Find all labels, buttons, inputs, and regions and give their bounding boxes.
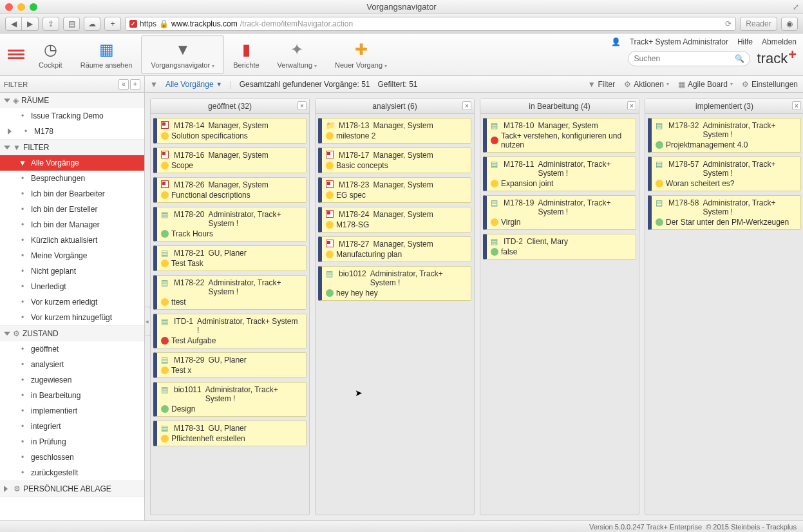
sidebar-item-kürzlich-aktualisiert[interactable]: •Kürzlich aktualisiert: [0, 233, 144, 248]
sidebar-item-zugewiesen[interactable]: •zugewiesen: [0, 372, 144, 388]
sidebar-item-ich-bin-der-bearbeiter[interactable]: •Ich bin der Bearbeiter: [0, 186, 144, 202]
issue-card[interactable]: ▤M178-22Administrator, Track+ System !tt…: [153, 275, 307, 310]
sidebar-item-zurückgestellt[interactable]: •zurückgestellt: [0, 465, 144, 480]
sidebar-item-implementiert[interactable]: •implementiert: [0, 403, 144, 419]
issue-card[interactable]: M178-27Manager, SystemManufacturing plan: [318, 236, 471, 262]
issue-card[interactable]: M178-16Manager, SystemScope: [153, 147, 307, 173]
issue-card[interactable]: M178-23Manager, SystemEG spec: [318, 177, 471, 203]
sidebar-item-in-bearbeitung[interactable]: •in Bearbeitung: [0, 388, 144, 403]
priority-icon: [326, 289, 334, 297]
search-icon[interactable]: 🔍: [735, 54, 744, 63]
sidebar-item-vor-kurzem-hinzugefügt[interactable]: •Vor kurzem hinzugefügt: [0, 310, 144, 325]
funnel-icon: ▼: [150, 80, 158, 89]
global-search[interactable]: 🔍: [628, 51, 750, 66]
sidebar-item-nicht-geplant[interactable]: •Nicht geplant: [0, 263, 144, 279]
sidebar-item-vor-kurzem-erledigt[interactable]: •Vor kurzem erledigt: [0, 294, 144, 310]
url-bar[interactable]: ✓ https 🔒 www.trackplus.com/track-demo/i…: [125, 17, 736, 31]
hamburger-menu-icon[interactable]: [8, 46, 24, 63]
active-filter-dropdown[interactable]: Alle Vorgänge ▼: [165, 80, 222, 89]
issue-card[interactable]: ▤bio1012Administrator, Track+ System !he…: [318, 266, 471, 301]
card-type-icon: ▤: [326, 269, 335, 278]
nav-neuer-vorgang[interactable]: ✚Neuer Vorgang ▾: [326, 35, 396, 74]
card-id: ITD-1: [174, 317, 193, 326]
current-user[interactable]: Track+ System Administrator: [630, 37, 728, 46]
sidebar-item-analysiert[interactable]: •analysiert: [0, 357, 144, 372]
sidebar-collapse-handle[interactable]: ◂: [145, 307, 151, 336]
issue-card[interactable]: ▤M178-29GU, PlanerTest x: [153, 352, 307, 378]
close-column-button[interactable]: ×: [462, 101, 471, 110]
gear-icon: ⚙: [742, 80, 749, 89]
toolbar-filter[interactable]: ▼ Filter: [588, 80, 616, 89]
issue-card[interactable]: ▤bio1011Administrator, Track+ System !De…: [153, 382, 307, 417]
issue-card[interactable]: ▤M178-32Administrator, Track+ System !Pr…: [648, 118, 801, 153]
brand-logo: track+: [757, 50, 797, 67]
sidebar-section-zustand[interactable]: ⚙ZUSTAND: [0, 326, 144, 341]
item-icon: •: [18, 422, 27, 431]
user-menu-button[interactable]: ◉: [781, 17, 798, 31]
grid-icon: ▦: [678, 80, 685, 89]
sidebar-item-ich-bin-der-manager[interactable]: •Ich bin der Manager: [0, 217, 144, 233]
nav-räume-ansehen[interactable]: ▦Räume ansehen: [71, 35, 142, 74]
search-input[interactable]: [634, 54, 735, 63]
issue-card[interactable]: ▤M178-57Administrator, Track+ System !Wo…: [648, 157, 801, 191]
issue-card[interactable]: ▤M178-11Administrator, Track+ System !Ex…: [483, 157, 636, 191]
card-owner: Manager, System: [373, 180, 467, 189]
sidebar-item-geschlossen[interactable]: •geschlossen: [0, 450, 144, 465]
card-owner: Manager, System: [373, 210, 467, 219]
toolbar-aktionen[interactable]: ⚙ Aktionen ▾: [624, 80, 669, 89]
share-button[interactable]: ⇪: [43, 17, 59, 31]
sidebar-item-in-prüfung[interactable]: •in Prüfung: [0, 434, 144, 450]
card-title: Woran scheitert es?: [666, 179, 735, 188]
cloud-button[interactable]: ☁: [84, 17, 100, 31]
close-column-button[interactable]: ×: [298, 101, 307, 110]
nav-icon-1: ▦: [96, 41, 117, 59]
issue-card[interactable]: M178-24Manager, SystemM178-SG: [318, 207, 471, 233]
logout-link[interactable]: Abmelden: [762, 37, 797, 46]
issue-card[interactable]: M178-14Manager, SystemSolution specifica…: [153, 118, 307, 144]
toolbar-einstellungen[interactable]: ⚙ Einstellungen: [742, 80, 798, 89]
nav-verwaltung[interactable]: ✦Verwaltung ▾: [269, 35, 326, 74]
close-column-button[interactable]: ×: [627, 101, 636, 110]
sidebar-item-ich-bin-der-ersteller[interactable]: •Ich bin der Ersteller: [0, 202, 144, 217]
fullscreen-icon[interactable]: ⤢: [793, 3, 799, 12]
help-link[interactable]: Hilfe: [737, 37, 753, 46]
card-id: M178-17: [339, 151, 369, 160]
nav-vorgangsnavigator[interactable]: ▼Vorgangsnavigator ▾: [141, 35, 224, 74]
sidebar-item-besprechungen[interactable]: •Besprechungen: [0, 171, 144, 186]
issue-card[interactable]: ▤M178-58Administrator, Track+ System !De…: [648, 195, 801, 230]
forward-button[interactable]: ▶: [22, 17, 39, 31]
reader-button[interactable]: Reader: [740, 17, 777, 31]
back-button[interactable]: ◀: [5, 17, 22, 31]
toolbar-agile-board[interactable]: ▦ Agile Board ▾: [678, 80, 733, 89]
issue-card[interactable]: M178-17Manager, SystemBasic concepts: [318, 147, 471, 173]
issue-card[interactable]: M178-26Manager, SystemFunctional descrip…: [153, 177, 307, 203]
bookmark-button[interactable]: ▤: [63, 17, 80, 31]
issue-card[interactable]: ▤M178-19Administrator, Track+ System !Vi…: [483, 195, 636, 230]
sidebar-item-m178[interactable]: •M178: [0, 124, 144, 139]
add-tab-button[interactable]: +: [104, 17, 121, 31]
card-type-icon: ▤: [491, 237, 500, 246]
reload-icon[interactable]: ⟳: [725, 19, 732, 28]
sidebar-item-unerledigt[interactable]: •Unerledigt: [0, 279, 144, 294]
issue-card[interactable]: 📁M178-13Manager, Systemmilestone 2: [318, 118, 471, 144]
nav-berichte[interactable]: ▮Berichte: [224, 35, 268, 74]
issue-card[interactable]: ▤M178-20Administrator, Track+ System !Tr…: [153, 207, 307, 242]
add-filter-button[interactable]: +: [130, 79, 140, 90]
issue-card[interactable]: ▤ITD-2Client, Maryfalse: [483, 234, 636, 260]
sidebar-item-integriert[interactable]: •integriert: [0, 419, 144, 434]
collapse-sidebar-button[interactable]: «: [118, 79, 129, 90]
section-title: PERSÖNLICHE ABLAGE: [23, 484, 111, 493]
nav-cockpit[interactable]: ◷Cockpit: [30, 35, 71, 74]
sidebar-section-filter[interactable]: ▼FILTER: [0, 140, 144, 155]
issue-card[interactable]: ▤M178-21GU, PlanerTest Task: [153, 245, 307, 271]
sidebar-item-issue-tracking-demo[interactable]: •Issue Tracking Demo: [0, 108, 144, 124]
sidebar-item-alle-vorgänge[interactable]: ▼Alle Vorgänge: [0, 155, 144, 171]
issue-card[interactable]: ▤ITD-1Administrator, Track+ System !Test…: [153, 314, 307, 348]
sidebar-section-räume[interactable]: ◈RÄUME: [0, 93, 144, 108]
sidebar-section-persönliche ablage[interactable]: ⚙PERSÖNLICHE ABLAGE: [0, 481, 144, 497]
sidebar-item-meine-vorgänge[interactable]: •Meine Vorgänge: [0, 248, 144, 263]
issue-card[interactable]: ▤M178-10Manager, SystemTack+ verstehen, …: [483, 118, 636, 153]
sidebar-item-geöffnet[interactable]: •geöffnet: [0, 341, 144, 357]
issue-card[interactable]: ▤M178-31GU, PlanerPflichtenheft erstelle…: [153, 421, 307, 446]
close-column-button[interactable]: ×: [792, 101, 801, 110]
